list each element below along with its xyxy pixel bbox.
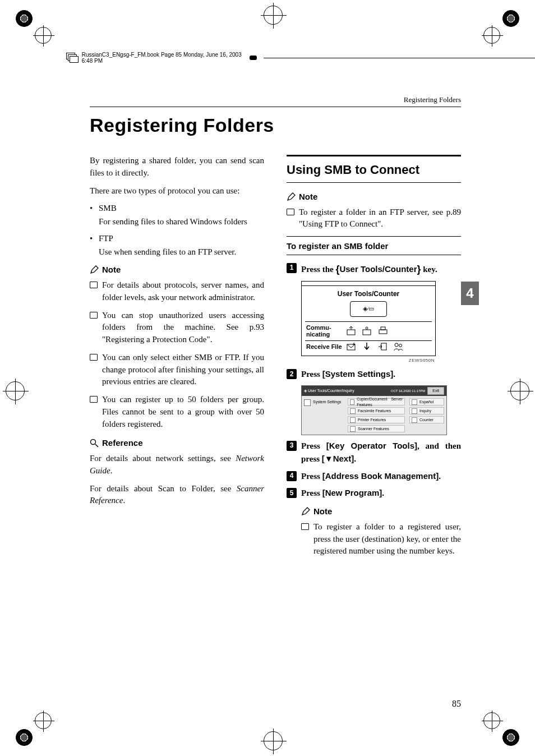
fax-out-icon bbox=[347, 326, 357, 335]
note-item: You can register up to 50 folders per gr… bbox=[90, 394, 264, 430]
svg-rect-2 bbox=[347, 330, 355, 335]
svg-point-9 bbox=[395, 343, 398, 347]
left-column: By registering a shared folder, you can … bbox=[90, 155, 264, 689]
diamond-icon: ◈∕▭ bbox=[363, 305, 374, 314]
note-item: You can only select either SMB or FTP. I… bbox=[90, 352, 264, 388]
svg-point-10 bbox=[399, 344, 402, 347]
crop-mark-top bbox=[264, 6, 283, 25]
step-number-icon: 1 bbox=[287, 263, 297, 273]
note-heading-text: Note bbox=[102, 264, 121, 276]
note-item: To register a folder to a registered use… bbox=[301, 521, 461, 557]
book-header: RussianC3_ENgsg-F_FM.book Page 85 Monday… bbox=[66, 52, 535, 64]
protocol-desc: For sending files to shared Windows fold… bbox=[99, 216, 264, 228]
svg-line-1 bbox=[95, 444, 98, 447]
reference-para-2: For details about Scan to Folder, see Sc… bbox=[90, 483, 264, 508]
intro-para-2: There are two types of protocol you can … bbox=[90, 185, 264, 197]
settings-icon bbox=[304, 399, 311, 406]
illustration-code: ZEWS050N bbox=[301, 357, 435, 364]
system-settings-label: System Settings bbox=[313, 399, 342, 405]
book-header-text: RussianC3_ENgsg-F_FM.book Page 85 Monday… bbox=[82, 52, 245, 64]
printer-icon bbox=[350, 417, 356, 423]
note-item: For details about protocols, server name… bbox=[90, 279, 264, 304]
fax-person-icon bbox=[362, 326, 372, 335]
row-label: Commu-nicating bbox=[305, 322, 343, 340]
row-label: Receive File bbox=[305, 341, 343, 352]
step-1: 1 Press the {User Tools/Counter} key. bbox=[287, 262, 461, 276]
protocol-item-smb: SMB For sending files to shared Windows … bbox=[90, 202, 264, 228]
menu-item: Counter bbox=[409, 416, 444, 423]
fax-icon bbox=[350, 408, 356, 414]
step-text: Press the {User Tools/Counter} key. bbox=[301, 262, 437, 276]
step-3: 3 Press [Key Operator Tools], and then p… bbox=[287, 440, 461, 465]
step-number-icon: 2 bbox=[287, 369, 297, 379]
menu-item: Facsimile Features bbox=[348, 407, 405, 414]
svg-rect-6 bbox=[381, 327, 385, 330]
scanner-icon bbox=[350, 426, 356, 432]
step-text: Press [System Settings]. bbox=[301, 368, 395, 381]
h3-rule-bottom bbox=[287, 255, 461, 255]
page-number: 85 bbox=[452, 699, 461, 709]
device-title: User Tools/Counter bbox=[305, 289, 432, 299]
header-rule bbox=[264, 58, 535, 58]
note-heading: Note bbox=[287, 191, 461, 203]
screenshot-header: ◈ User Tools/Counter/Inquiry bbox=[304, 388, 354, 394]
header-connector-icon bbox=[250, 56, 257, 60]
step-5: 5 Press [New Program]. bbox=[287, 487, 461, 500]
running-header: Registering Folders bbox=[404, 95, 461, 104]
step-text: Press [New Program]. bbox=[301, 487, 384, 500]
crop-mark-left bbox=[6, 381, 25, 400]
protocol-name: FTP bbox=[99, 234, 113, 243]
crop-mark-right bbox=[510, 381, 529, 400]
menu-item: Inquiry bbox=[409, 407, 444, 414]
section-heading: Using SMB to Connect bbox=[287, 161, 461, 179]
pencil-icon bbox=[301, 507, 310, 516]
reference-heading: Reference bbox=[90, 437, 264, 449]
pages-icon bbox=[66, 53, 77, 63]
step-text: Press [Key Operator Tools], and then pre… bbox=[301, 440, 461, 465]
crop-mark-tl bbox=[16, 10, 47, 42]
step-4: 4 Press [Address Book Management]. bbox=[287, 470, 461, 483]
crop-mark-tr bbox=[488, 10, 519, 42]
down-arrow-icon bbox=[362, 342, 372, 351]
system-settings-screenshot: ◈ User Tools/Counter/Inquiry OCT 16,2020… bbox=[301, 385, 447, 435]
h2-rule-top bbox=[287, 155, 461, 156]
printer-icon bbox=[378, 326, 388, 335]
svg-point-0 bbox=[91, 440, 96, 445]
crop-mark-br bbox=[488, 714, 519, 746]
reference-heading-text: Reference bbox=[102, 437, 143, 449]
counter-icon bbox=[412, 417, 417, 423]
chapter-tab: 4 bbox=[461, 282, 479, 305]
pencil-icon bbox=[90, 265, 99, 274]
step-number-icon: 4 bbox=[287, 471, 297, 481]
step-number-icon: 5 bbox=[287, 488, 297, 498]
people-icon bbox=[394, 342, 404, 351]
protocol-name: SMB bbox=[99, 204, 117, 213]
screenshot-date: OCT 16,2020 11:17PM bbox=[391, 389, 426, 394]
h2-rule-bottom bbox=[287, 182, 461, 183]
menu-item: Printer Features bbox=[348, 416, 405, 423]
running-header-rule bbox=[90, 107, 461, 107]
svg-rect-3 bbox=[363, 330, 371, 335]
h3-rule-top bbox=[287, 236, 461, 237]
user-tools-counter-key: ◈∕▭ bbox=[350, 301, 387, 317]
menu-item: Español bbox=[409, 398, 444, 405]
right-column: Using SMB to Connect Note To register a … bbox=[287, 155, 461, 689]
exit-button: Exit bbox=[427, 387, 444, 395]
magnifier-icon bbox=[90, 439, 99, 448]
reference-para-1: For details about network settings, see … bbox=[90, 453, 264, 477]
copier-icon bbox=[350, 399, 354, 405]
menu-item: Copier/Document Server Features bbox=[348, 398, 405, 405]
protocol-item-ftp: FTP Use when sending files to an FTP ser… bbox=[90, 233, 264, 259]
document-arrow-icon bbox=[378, 342, 388, 351]
note-item: To register a folder in an FTP server, s… bbox=[287, 206, 461, 231]
note-heading: Note bbox=[301, 505, 461, 518]
crop-mark-bl bbox=[16, 714, 47, 746]
note-heading-text: Note bbox=[299, 191, 317, 203]
note-heading-text: Note bbox=[313, 505, 332, 518]
mail-in-icon bbox=[347, 342, 357, 351]
intro-para-1: By registering a shared folder, you can … bbox=[90, 155, 264, 179]
note-item: You can stop unauthorized users accessin… bbox=[90, 310, 264, 346]
page-title: Registering Folders bbox=[90, 114, 274, 136]
globe-icon bbox=[412, 399, 417, 405]
subsection-heading: To register an SMB folder bbox=[287, 240, 461, 252]
